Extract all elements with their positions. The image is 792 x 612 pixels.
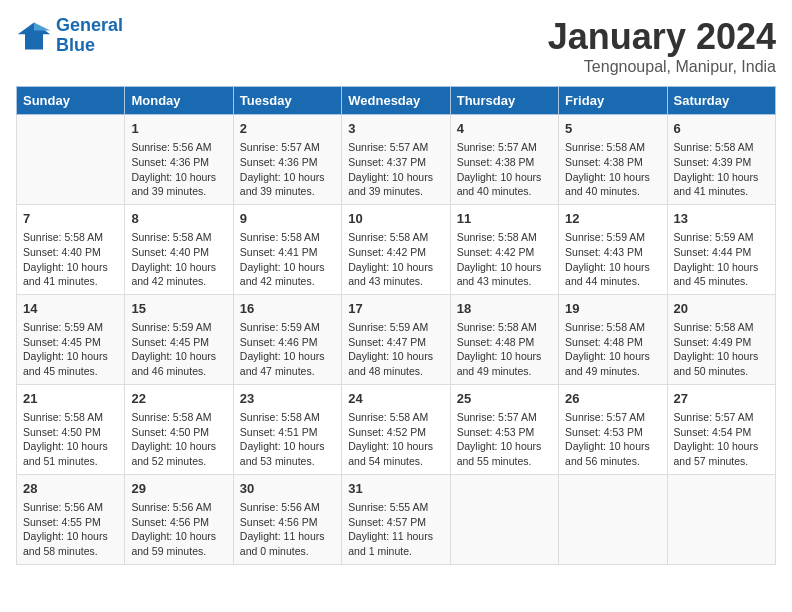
calendar-cell: 4Sunrise: 5:57 AM Sunset: 4:38 PM Daylig… [450, 115, 558, 205]
calendar-cell: 3Sunrise: 5:57 AM Sunset: 4:37 PM Daylig… [342, 115, 450, 205]
calendar-cell: 11Sunrise: 5:58 AM Sunset: 4:42 PM Dayli… [450, 204, 558, 294]
logo-text: General Blue [56, 16, 123, 56]
calendar-cell: 13Sunrise: 5:59 AM Sunset: 4:44 PM Dayli… [667, 204, 775, 294]
day-number: 30 [240, 480, 335, 498]
calendar-cell [17, 115, 125, 205]
header-day-saturday: Saturday [667, 87, 775, 115]
calendar-cell [667, 474, 775, 564]
svg-marker-1 [34, 22, 50, 30]
day-number: 21 [23, 390, 118, 408]
day-number: 29 [131, 480, 226, 498]
day-info: Sunrise: 5:55 AM Sunset: 4:57 PM Dayligh… [348, 500, 443, 559]
day-info: Sunrise: 5:56 AM Sunset: 4:56 PM Dayligh… [131, 500, 226, 559]
day-number: 18 [457, 300, 552, 318]
header-day-friday: Friday [559, 87, 667, 115]
calendar-cell: 26Sunrise: 5:57 AM Sunset: 4:53 PM Dayli… [559, 384, 667, 474]
day-info: Sunrise: 5:56 AM Sunset: 4:36 PM Dayligh… [131, 140, 226, 199]
day-info: Sunrise: 5:59 AM Sunset: 4:45 PM Dayligh… [131, 320, 226, 379]
day-info: Sunrise: 5:58 AM Sunset: 4:50 PM Dayligh… [23, 410, 118, 469]
calendar-cell: 25Sunrise: 5:57 AM Sunset: 4:53 PM Dayli… [450, 384, 558, 474]
calendar-cell: 29Sunrise: 5:56 AM Sunset: 4:56 PM Dayli… [125, 474, 233, 564]
day-info: Sunrise: 5:57 AM Sunset: 4:53 PM Dayligh… [457, 410, 552, 469]
day-info: Sunrise: 5:58 AM Sunset: 4:48 PM Dayligh… [457, 320, 552, 379]
calendar-cell: 16Sunrise: 5:59 AM Sunset: 4:46 PM Dayli… [233, 294, 341, 384]
day-info: Sunrise: 5:58 AM Sunset: 4:40 PM Dayligh… [23, 230, 118, 289]
logo-icon [16, 18, 52, 54]
day-info: Sunrise: 5:58 AM Sunset: 4:48 PM Dayligh… [565, 320, 660, 379]
calendar-cell: 30Sunrise: 5:56 AM Sunset: 4:56 PM Dayli… [233, 474, 341, 564]
calendar-cell: 8Sunrise: 5:58 AM Sunset: 4:40 PM Daylig… [125, 204, 233, 294]
calendar-cell [450, 474, 558, 564]
day-number: 14 [23, 300, 118, 318]
day-info: Sunrise: 5:59 AM Sunset: 4:45 PM Dayligh… [23, 320, 118, 379]
day-info: Sunrise: 5:58 AM Sunset: 4:41 PM Dayligh… [240, 230, 335, 289]
day-info: Sunrise: 5:58 AM Sunset: 4:42 PM Dayligh… [457, 230, 552, 289]
calendar-cell: 31Sunrise: 5:55 AM Sunset: 4:57 PM Dayli… [342, 474, 450, 564]
day-number: 20 [674, 300, 769, 318]
calendar-cell: 24Sunrise: 5:58 AM Sunset: 4:52 PM Dayli… [342, 384, 450, 474]
day-number: 26 [565, 390, 660, 408]
day-info: Sunrise: 5:58 AM Sunset: 4:50 PM Dayligh… [131, 410, 226, 469]
calendar-cell: 2Sunrise: 5:57 AM Sunset: 4:36 PM Daylig… [233, 115, 341, 205]
day-number: 24 [348, 390, 443, 408]
calendar-cell: 19Sunrise: 5:58 AM Sunset: 4:48 PM Dayli… [559, 294, 667, 384]
calendar-title: January 2024 [548, 16, 776, 58]
header-day-tuesday: Tuesday [233, 87, 341, 115]
day-number: 13 [674, 210, 769, 228]
day-info: Sunrise: 5:56 AM Sunset: 4:56 PM Dayligh… [240, 500, 335, 559]
calendar-body: 1Sunrise: 5:56 AM Sunset: 4:36 PM Daylig… [17, 115, 776, 565]
header-day-monday: Monday [125, 87, 233, 115]
calendar-cell: 9Sunrise: 5:58 AM Sunset: 4:41 PM Daylig… [233, 204, 341, 294]
week-row: 14Sunrise: 5:59 AM Sunset: 4:45 PM Dayli… [17, 294, 776, 384]
week-row: 7Sunrise: 5:58 AM Sunset: 4:40 PM Daylig… [17, 204, 776, 294]
day-info: Sunrise: 5:57 AM Sunset: 4:37 PM Dayligh… [348, 140, 443, 199]
calendar-header: SundayMondayTuesdayWednesdayThursdayFrid… [17, 87, 776, 115]
calendar-cell: 21Sunrise: 5:58 AM Sunset: 4:50 PM Dayli… [17, 384, 125, 474]
calendar-cell: 10Sunrise: 5:58 AM Sunset: 4:42 PM Dayli… [342, 204, 450, 294]
header-day-sunday: Sunday [17, 87, 125, 115]
calendar-cell: 5Sunrise: 5:58 AM Sunset: 4:38 PM Daylig… [559, 115, 667, 205]
day-number: 6 [674, 120, 769, 138]
day-info: Sunrise: 5:58 AM Sunset: 4:51 PM Dayligh… [240, 410, 335, 469]
day-number: 7 [23, 210, 118, 228]
day-number: 16 [240, 300, 335, 318]
day-info: Sunrise: 5:58 AM Sunset: 4:40 PM Dayligh… [131, 230, 226, 289]
calendar-cell [559, 474, 667, 564]
day-info: Sunrise: 5:57 AM Sunset: 4:54 PM Dayligh… [674, 410, 769, 469]
day-number: 10 [348, 210, 443, 228]
day-info: Sunrise: 5:58 AM Sunset: 4:52 PM Dayligh… [348, 410, 443, 469]
day-number: 2 [240, 120, 335, 138]
day-number: 8 [131, 210, 226, 228]
day-number: 3 [348, 120, 443, 138]
calendar-cell: 1Sunrise: 5:56 AM Sunset: 4:36 PM Daylig… [125, 115, 233, 205]
day-info: Sunrise: 5:57 AM Sunset: 4:36 PM Dayligh… [240, 140, 335, 199]
calendar-cell: 6Sunrise: 5:58 AM Sunset: 4:39 PM Daylig… [667, 115, 775, 205]
calendar-cell: 18Sunrise: 5:58 AM Sunset: 4:48 PM Dayli… [450, 294, 558, 384]
day-info: Sunrise: 5:58 AM Sunset: 4:42 PM Dayligh… [348, 230, 443, 289]
day-info: Sunrise: 5:59 AM Sunset: 4:43 PM Dayligh… [565, 230, 660, 289]
day-info: Sunrise: 5:58 AM Sunset: 4:39 PM Dayligh… [674, 140, 769, 199]
day-number: 28 [23, 480, 118, 498]
day-number: 15 [131, 300, 226, 318]
calendar-cell: 28Sunrise: 5:56 AM Sunset: 4:55 PM Dayli… [17, 474, 125, 564]
day-info: Sunrise: 5:56 AM Sunset: 4:55 PM Dayligh… [23, 500, 118, 559]
day-number: 4 [457, 120, 552, 138]
day-number: 11 [457, 210, 552, 228]
day-number: 25 [457, 390, 552, 408]
title-area: January 2024 Tengnoupal, Manipur, India [548, 16, 776, 76]
week-row: 1Sunrise: 5:56 AM Sunset: 4:36 PM Daylig… [17, 115, 776, 205]
calendar-cell: 17Sunrise: 5:59 AM Sunset: 4:47 PM Dayli… [342, 294, 450, 384]
calendar-cell: 27Sunrise: 5:57 AM Sunset: 4:54 PM Dayli… [667, 384, 775, 474]
day-number: 17 [348, 300, 443, 318]
logo: General Blue [16, 16, 123, 56]
day-number: 31 [348, 480, 443, 498]
day-number: 19 [565, 300, 660, 318]
calendar-cell: 22Sunrise: 5:58 AM Sunset: 4:50 PM Dayli… [125, 384, 233, 474]
day-info: Sunrise: 5:57 AM Sunset: 4:53 PM Dayligh… [565, 410, 660, 469]
day-number: 1 [131, 120, 226, 138]
day-number: 5 [565, 120, 660, 138]
calendar-subtitle: Tengnoupal, Manipur, India [548, 58, 776, 76]
day-number: 9 [240, 210, 335, 228]
calendar-cell: 15Sunrise: 5:59 AM Sunset: 4:45 PM Dayli… [125, 294, 233, 384]
header-day-thursday: Thursday [450, 87, 558, 115]
